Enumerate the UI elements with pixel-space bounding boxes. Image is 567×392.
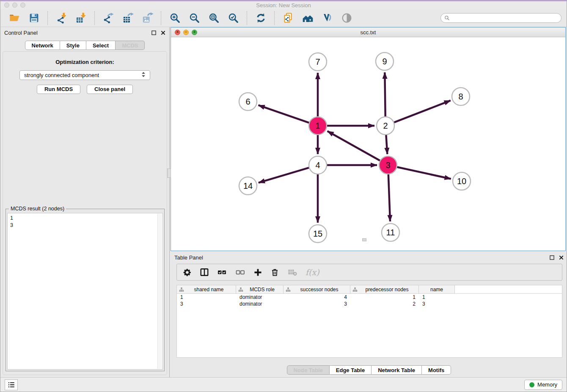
tab-network[interactable]: Network	[25, 41, 60, 50]
task-history-button[interactable]	[5, 379, 18, 390]
maximize-window-button[interactable]	[20, 3, 25, 8]
new-network-from-selection-icon[interactable]	[279, 11, 297, 26]
column-label: shared name	[184, 287, 234, 293]
export-image-icon[interactable]	[138, 11, 156, 26]
column-header-shared-name[interactable]: shared name	[177, 285, 236, 293]
dropdown-arrows-icon	[141, 72, 146, 77]
delete-table-icon[interactable]	[287, 267, 297, 277]
edge-2-8[interactable]	[393, 100, 451, 123]
tab-network-table[interactable]: Network Table	[372, 365, 422, 375]
node-15[interactable]: 15	[309, 225, 327, 243]
cell-shared-name[interactable]: 3	[177, 301, 236, 307]
tab-motifs[interactable]: Motifs	[422, 365, 451, 375]
network-minimize-button[interactable]: −	[183, 30, 189, 35]
import-table-icon[interactable]	[72, 11, 90, 26]
node-6[interactable]: 6	[239, 93, 257, 110]
column-header-predecessor-nodes[interactable]: predecessor nodes	[350, 285, 419, 293]
result-scrollbar[interactable]	[157, 214, 162, 369]
import-network-icon[interactable]	[52, 11, 70, 26]
criterion-value: strongly connected component	[24, 72, 99, 78]
node-11[interactable]: 11	[382, 224, 399, 241]
close-panel-icon[interactable]	[559, 255, 564, 260]
edge-3-11[interactable]	[388, 173, 390, 221]
column-header-successor-nodes[interactable]: successor nodes	[284, 285, 350, 293]
search-input[interactable]	[452, 14, 558, 22]
network-maximize-button[interactable]: +	[192, 30, 197, 35]
table-panel-header: Table Panel	[171, 252, 567, 263]
tab-select[interactable]: Select	[86, 41, 116, 50]
node-1[interactable]: 1	[309, 117, 327, 135]
column-header-mcds-role[interactable]: MCDS role	[236, 285, 284, 293]
column-label: successor nodes	[291, 287, 348, 293]
cell-name[interactable]: 1	[419, 294, 455, 300]
node-4[interactable]: 4	[309, 156, 327, 174]
zoom-selected-icon[interactable]	[224, 11, 242, 26]
table-settings-icon[interactable]	[183, 268, 192, 277]
edge-2-9[interactable]	[385, 72, 385, 118]
home-icon[interactable]	[299, 11, 317, 26]
zoom-fit-icon[interactable]	[205, 11, 223, 26]
close-panel-button[interactable]: Close panel	[87, 85, 133, 94]
network-canvas[interactable]: 1234678910111415	[171, 37, 565, 251]
zoom-in-icon[interactable]	[166, 11, 184, 26]
cell-successor-nodes[interactable]: 4	[284, 294, 350, 300]
close-panel-icon[interactable]	[161, 30, 165, 35]
column-header-name[interactable]: name	[419, 285, 455, 293]
table-row[interactable]: 1dominator411	[177, 294, 562, 301]
cell-name[interactable]: 3	[419, 301, 455, 307]
export-table-icon[interactable]	[119, 11, 137, 26]
cell-predecessor-nodes[interactable]: 1	[350, 294, 419, 300]
apply-vizmap-icon[interactable]	[318, 11, 336, 26]
cell-mcds-role[interactable]: dominator	[236, 301, 284, 307]
network-close-button[interactable]: ×	[175, 30, 180, 35]
run-mcds-button[interactable]: Run MCDS	[37, 85, 80, 94]
tab-style[interactable]: Style	[60, 41, 86, 50]
add-column-icon[interactable]	[253, 268, 262, 277]
save-session-icon[interactable]	[25, 11, 43, 26]
edge-1-6[interactable]	[259, 105, 310, 123]
memory-button[interactable]: Memory	[524, 380, 562, 390]
search-field[interactable]	[440, 13, 561, 23]
float-panel-icon[interactable]	[550, 255, 554, 260]
edge-4-14[interactable]	[259, 167, 310, 182]
edge-3-10[interactable]	[396, 167, 451, 179]
table-row[interactable]: 3dominator323	[177, 301, 562, 307]
minimize-window-button[interactable]	[12, 3, 17, 8]
export-network-icon[interactable]	[99, 11, 117, 26]
node-3[interactable]: 3	[379, 156, 397, 174]
splitter-handle-vertical[interactable]	[167, 168, 171, 178]
splitter-handle-horizontal[interactable]	[362, 238, 366, 241]
edge-3-1[interactable]	[328, 131, 381, 161]
svg-text:11: 11	[386, 228, 395, 237]
node-7[interactable]: 7	[309, 53, 327, 71]
node-14[interactable]: 14	[239, 177, 257, 195]
delete-column-icon[interactable]	[270, 268, 279, 277]
tab-node-table[interactable]: Node Table	[287, 365, 330, 375]
edge-2-3[interactable]	[386, 134, 387, 154]
select-all-icon[interactable]	[217, 267, 227, 277]
deselect-all-icon[interactable]	[235, 267, 245, 277]
node-10[interactable]: 10	[453, 172, 471, 190]
network-window-titlebar[interactable]: scc.txt × − +	[171, 28, 565, 37]
node-8[interactable]: 8	[452, 88, 470, 105]
cell-predecessor-nodes[interactable]: 2	[350, 301, 419, 307]
node-9[interactable]: 9	[376, 52, 394, 70]
open-session-icon[interactable]	[6, 11, 23, 26]
function-builder-icon[interactable]: f(x)	[306, 268, 319, 277]
toggle-view-icon[interactable]	[338, 11, 355, 26]
tab-mcds[interactable]: MCDS	[116, 41, 145, 50]
cell-mcds-role[interactable]: dominator	[236, 294, 284, 300]
node-2[interactable]: 2	[377, 117, 394, 135]
cell-successor-nodes[interactable]: 3	[284, 301, 350, 307]
zoom-out-icon[interactable]	[185, 11, 203, 26]
refresh-view-icon[interactable]	[252, 11, 270, 26]
tab-edge-table[interactable]: Edge Table	[330, 365, 372, 375]
close-window-button[interactable]	[4, 3, 9, 8]
float-panel-icon[interactable]	[151, 30, 156, 35]
main-toolbar	[0, 9, 567, 27]
show-columns-icon[interactable]	[200, 268, 209, 277]
mcds-result-area[interactable]: 1 3	[7, 213, 163, 370]
cell-shared-name[interactable]: 1	[177, 294, 236, 300]
criterion-dropdown[interactable]: strongly connected component	[19, 70, 150, 80]
network-graph[interactable]: 1234678910111415	[171, 37, 565, 251]
